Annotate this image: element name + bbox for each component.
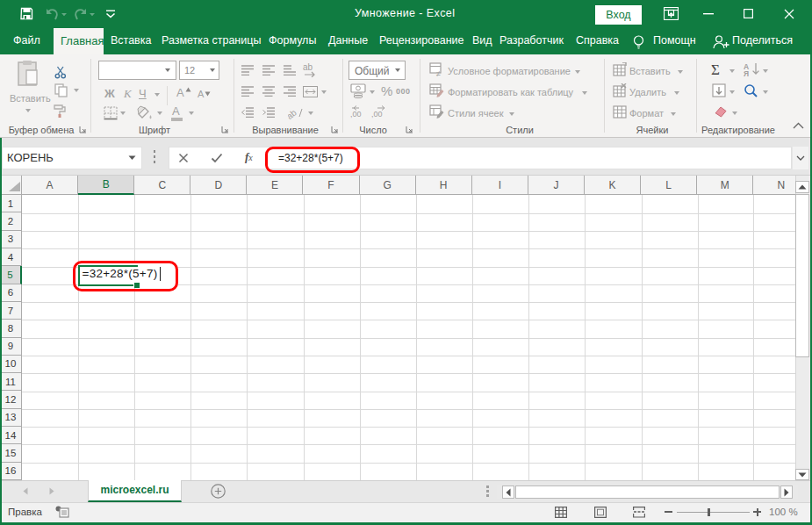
svg-text:ab: ab — [303, 62, 313, 72]
svg-text:ab: ab — [288, 107, 298, 120]
svg-text:≠: ≠ — [436, 69, 441, 76]
svg-text:,00: ,00 — [371, 110, 383, 119]
svg-text:,00: ,00 — [350, 110, 362, 119]
svg-text:Я: Я — [744, 69, 749, 76]
